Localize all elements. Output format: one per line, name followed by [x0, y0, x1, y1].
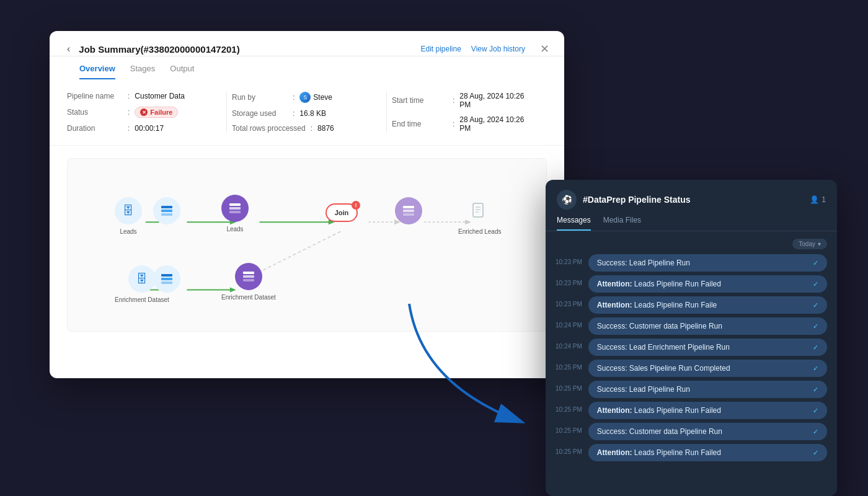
back-button[interactable]: ‹ [64, 43, 73, 55]
message-bubble[interactable]: Attention: Leads Pipeline Run Failed✓ [588, 275, 827, 293]
start-time-label: Start time [392, 96, 448, 105]
node-enrich-out: Enrichment Dataset [221, 263, 276, 301]
info-col-3: Start time : 28 Aug, 2024 10:26 PM End t… [387, 92, 547, 133]
message-time: 10:25 PM [556, 385, 582, 392]
message-bubble[interactable]: Success: Sales Pipeline Run Completed✓ [588, 360, 827, 377]
enrich-db-icon: 🗄 [128, 265, 156, 293]
chat-tab-media[interactable]: Media Files [603, 216, 641, 231]
svg-rect-17 [229, 207, 241, 210]
message-row: 10:23 PMAttention: Leads Pipeline Run Fa… [556, 296, 827, 314]
status-label: Status [67, 108, 123, 117]
enriched-in-icon [395, 197, 422, 224]
rows-row: Total rows proccessed : 8876 [232, 124, 371, 133]
run-by-label: Run by [232, 93, 288, 102]
check-icon: ✓ [813, 343, 818, 352]
message-bubble[interactable]: Success: Customer data Pipeline Run✓ [588, 317, 827, 335]
message-text: Success: Customer data Pipeline Run [597, 322, 808, 330]
date-divider: Today ▾ [556, 239, 827, 249]
start-time-row: Start time : 28 Aug, 2024 10:26 PM [392, 92, 532, 109]
message-row: 10:23 PMAttention: Leads Pipeline Run Fa… [556, 275, 827, 293]
message-bubble[interactable]: Attention: Leads Pipeline Run Faile✓ [588, 296, 827, 314]
check-icon: ✓ [813, 428, 818, 436]
svg-rect-22 [473, 203, 483, 217]
message-time: 10:24 PM [556, 322, 582, 329]
node-enriched-in [395, 197, 422, 224]
svg-rect-18 [229, 211, 241, 213]
message-row: 10:24 PMSuccess: Lead Enrichment Pipelin… [556, 339, 827, 356]
close-button[interactable]: ✕ [540, 42, 549, 56]
message-row: 10:25 PMSuccess: Sales Pipeline Run Comp… [556, 360, 827, 377]
message-bubble[interactable]: Success: Lead Pipeline Run✓ [588, 381, 827, 398]
pipeline-svg [68, 159, 546, 331]
storage-value: 16.8 KB [299, 109, 326, 118]
message-bubble[interactable]: Success: Customer data Pipeline Run✓ [588, 423, 827, 440]
node-label-leads-src: Leads [120, 228, 136, 235]
chat-tabs: Messages Media Files [557, 216, 826, 231]
info-section: Pipeline name : Customer Data Status : ✕… [50, 79, 564, 146]
leads-out-icon [221, 195, 249, 222]
svg-rect-26 [161, 274, 172, 277]
storage-row: Storage used : 16.8 KB [232, 109, 371, 118]
end-time-label: End time [392, 120, 448, 128]
node-label-enrich-out: Enrichment Dataset [221, 294, 276, 301]
message-row: 10:25 PMSuccess: Customer data Pipeline … [556, 423, 827, 440]
chat-messages: Today ▾ 10:23 PMSuccess: Lead Pipeline R… [546, 231, 837, 496]
message-time: 10:25 PM [556, 448, 582, 455]
rows-value: 8876 [317, 124, 334, 133]
message-bubble[interactable]: Success: Lead Enrichment Pipeline Run✓ [588, 339, 827, 356]
run-by-row: Run by : S Steve [232, 92, 371, 103]
message-row: 10:25 PMAttention: Leads Pipeline Run Fa… [556, 402, 827, 419]
message-bubble[interactable]: Attention: Leads Pipeline Run Failed✓ [588, 402, 827, 419]
svg-rect-27 [161, 278, 172, 280]
message-time: 10:23 PM [556, 280, 582, 286]
doc-icon [466, 197, 494, 224]
message-text: Success: Customer data Pipeline Run [597, 427, 808, 436]
message-time: 10:25 PM [556, 406, 582, 413]
node-enrich-stack [153, 265, 180, 293]
join-icon: Join ! [326, 203, 358, 222]
chat-tab-messages[interactable]: Messages [557, 216, 591, 231]
view-job-history-link[interactable]: View Job history [471, 45, 525, 53]
svg-rect-30 [243, 275, 254, 278]
date-badge[interactable]: Today ▾ [792, 239, 827, 249]
message-text: Success: Lead Pipeline Run [597, 385, 808, 394]
node-leads-out: Leads [221, 195, 249, 232]
message-text: Success: Sales Pipeline Run Completed [597, 364, 808, 373]
tab-stages[interactable]: Stages [130, 64, 155, 79]
enrich-out-icon [235, 263, 262, 290]
svg-rect-20 [403, 210, 414, 212]
user-icon: S [299, 92, 311, 103]
edit-pipeline-link[interactable]: Edit pipeline [420, 45, 461, 53]
svg-rect-13 [161, 206, 172, 208]
check-icon: ✓ [813, 449, 818, 457]
chat-title: #DataPrep Pipeline Status [583, 195, 804, 205]
info-col-1: Pipeline name : Customer Data Status : ✕… [67, 92, 227, 133]
svg-rect-31 [243, 279, 254, 281]
message-text: Attention: Leads Pipeline Run Failed [597, 406, 808, 415]
failure-icon: ✕ [140, 108, 148, 116]
check-icon: ✓ [813, 386, 818, 394]
tab-output[interactable]: Output [170, 64, 194, 79]
message-bubble[interactable]: Success: Lead Pipeline Run✓ [588, 254, 827, 272]
message-text: Success: Lead Pipeline Run [597, 259, 808, 267]
check-icon: ✓ [813, 301, 818, 309]
chat-title-row: ⚽ #DataPrep Pipeline Status 👤 1 [557, 190, 826, 210]
svg-rect-14 [161, 210, 172, 212]
db-icon: 🗄 [115, 197, 142, 224]
node-db1: 🗄 Leads [115, 197, 142, 235]
join-error-badge: ! [352, 201, 360, 210]
modal-title: Job Summary(#33802000000147201) [79, 44, 239, 55]
tab-overview[interactable]: Overview [79, 64, 115, 79]
message-text: Attention: Leads Pipeline Run Faile [597, 301, 808, 309]
svg-rect-19 [403, 206, 414, 208]
stack-icon [153, 197, 180, 224]
svg-rect-15 [161, 213, 172, 216]
node-stack1 [153, 197, 180, 224]
message-text: Success: Lead Enrichment Pipeline Run [597, 343, 808, 352]
message-bubble[interactable]: Attention: Leads Pipeline Run Failed✓ [588, 444, 827, 461]
svg-rect-28 [161, 281, 172, 284]
rows-label: Total rows proccessed [232, 124, 306, 133]
duration-value: 00:00:17 [135, 124, 164, 133]
check-icon: ✓ [813, 365, 818, 373]
duration-row: Duration : 00:00:17 [67, 124, 211, 133]
